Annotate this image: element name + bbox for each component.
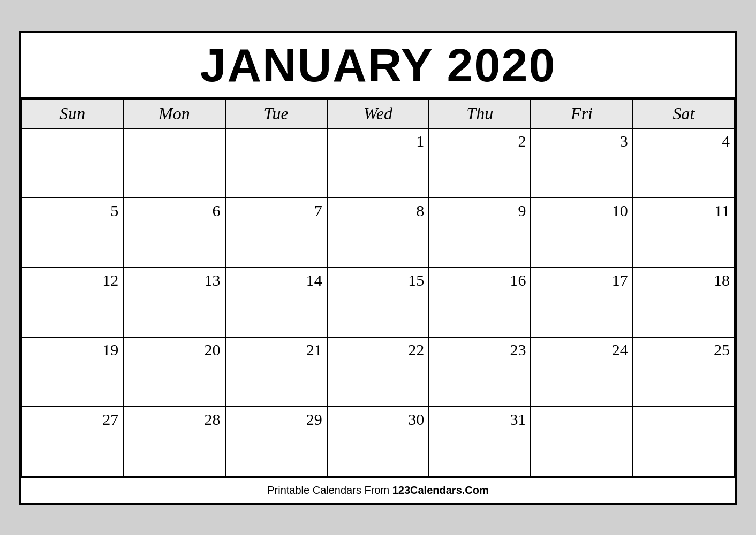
calendar-day-cell: 15 — [327, 268, 429, 337]
header-fri: Fri — [531, 99, 632, 128]
calendar-day-cell: 11 — [633, 198, 735, 268]
calendar-day-cell: 1 — [327, 128, 429, 198]
calendar-month: JANUARY — [200, 39, 433, 91]
calendar-day-cell — [225, 128, 327, 198]
calendar-day-cell — [531, 407, 632, 476]
day-number: 3 — [535, 132, 628, 150]
calendar-day-cell: 30 — [327, 407, 429, 476]
calendar-day-cell: 29 — [225, 407, 327, 476]
day-number: 30 — [332, 410, 424, 429]
calendar-day-cell: 28 — [123, 407, 225, 476]
calendar-day-cell: 13 — [123, 268, 225, 337]
day-number: 31 — [434, 410, 526, 429]
day-number: 23 — [434, 341, 526, 359]
header-sat: Sat — [633, 99, 735, 128]
calendar-week-row: 2728293031 — [21, 407, 735, 476]
calendar-day-cell: 21 — [225, 337, 327, 407]
day-number: 21 — [230, 341, 322, 359]
calendar-day-cell: 24 — [531, 337, 632, 407]
calendar-day-cell: 17 — [531, 268, 632, 337]
header-thu: Thu — [429, 99, 531, 128]
day-number: 1 — [332, 132, 424, 150]
header-wed: Wed — [327, 99, 429, 128]
day-number: 16 — [434, 271, 526, 289]
calendar-container: JANUARY 2020 Sun Mon Tue Wed Thu Fri Sat… — [19, 31, 737, 505]
calendar-day-cell: 16 — [429, 268, 531, 337]
day-number: 6 — [128, 202, 220, 220]
day-number: 28 — [128, 410, 220, 429]
calendar-day-cell: 7 — [225, 198, 327, 268]
day-number: 29 — [230, 410, 322, 429]
day-number: 9 — [434, 202, 526, 220]
calendar-footer: Printable Calendars From 123Calendars.Co… — [21, 477, 735, 503]
calendar-day-cell: 8 — [327, 198, 429, 268]
day-number: 5 — [26, 202, 118, 220]
day-number: 19 — [26, 341, 118, 359]
calendar-day-cell: 2 — [429, 128, 531, 198]
day-number: 22 — [332, 341, 424, 359]
calendar-day-cell: 20 — [123, 337, 225, 407]
day-number: 7 — [230, 202, 322, 220]
day-number: 24 — [535, 341, 628, 359]
calendar-day-cell — [21, 128, 123, 198]
day-number: 2 — [434, 132, 526, 150]
footer-text: Printable Calendars From — [267, 484, 392, 496]
day-number: 8 — [332, 202, 424, 220]
calendar-year: 2020 — [447, 39, 556, 91]
calendar-day-cell — [123, 128, 225, 198]
header-mon: Mon — [123, 99, 225, 128]
day-number: 15 — [332, 271, 424, 289]
calendar-day-cell: 14 — [225, 268, 327, 337]
calendar-week-row: 1234 — [21, 128, 735, 198]
day-number: 17 — [535, 271, 628, 289]
calendar-day-cell: 22 — [327, 337, 429, 407]
day-number: 10 — [535, 202, 628, 220]
calendar-title: JANUARY 2020 — [21, 33, 735, 98]
day-number: 18 — [638, 271, 730, 289]
footer-brand: 123Calendars.Com — [392, 484, 489, 496]
day-number: 11 — [638, 202, 730, 220]
calendar-day-cell: 4 — [633, 128, 735, 198]
day-number: 25 — [638, 341, 730, 359]
calendar-day-cell: 3 — [531, 128, 632, 198]
calendar-day-cell — [633, 407, 735, 476]
calendar-day-cell: 12 — [21, 268, 123, 337]
day-header-row: Sun Mon Tue Wed Thu Fri Sat — [21, 99, 735, 128]
calendar-week-row: 567891011 — [21, 198, 735, 268]
day-number: 14 — [230, 271, 322, 289]
calendar-week-row: 12131415161718 — [21, 268, 735, 337]
calendar-day-cell: 9 — [429, 198, 531, 268]
calendar-day-cell: 6 — [123, 198, 225, 268]
calendar-day-cell: 5 — [21, 198, 123, 268]
calendar-day-cell: 31 — [429, 407, 531, 476]
day-number: 27 — [26, 410, 118, 429]
header-sun: Sun — [21, 99, 123, 128]
day-number: 12 — [26, 271, 118, 289]
calendar-day-cell: 18 — [633, 268, 735, 337]
calendar-day-cell: 19 — [21, 337, 123, 407]
day-number: 13 — [128, 271, 220, 289]
calendar-day-cell: 10 — [531, 198, 632, 268]
calendar-week-row: 19202122232425 — [21, 337, 735, 407]
calendar-day-cell: 23 — [429, 337, 531, 407]
calendar-grid: Sun Mon Tue Wed Thu Fri Sat 123456789101… — [21, 98, 735, 477]
day-number: 20 — [128, 341, 220, 359]
calendar-day-cell: 25 — [633, 337, 735, 407]
header-tue: Tue — [225, 99, 327, 128]
day-number: 4 — [638, 132, 730, 150]
calendar-day-cell: 27 — [21, 407, 123, 476]
